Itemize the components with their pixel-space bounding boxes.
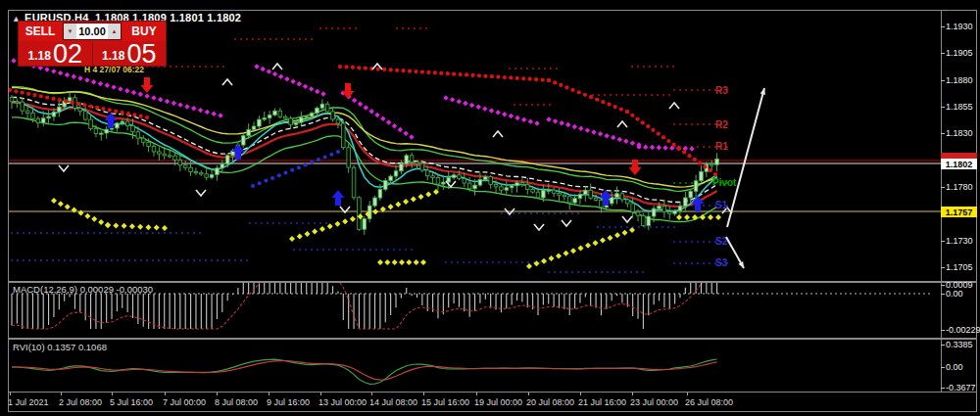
price-tick-label: -0.3677 (946, 383, 976, 393)
bid-price-digits: 02 (53, 42, 82, 66)
price-axis-tick (941, 26, 945, 27)
time-tick-label: 9 Jul 16:00 (267, 397, 310, 407)
panel-separator (9, 392, 976, 393)
price-axis-tick (941, 241, 945, 242)
time-tick-label: 20 Jul 08:00 (526, 397, 574, 407)
volume-decrease-button[interactable]: ▼ (64, 23, 76, 39)
price-axis-tick (941, 53, 945, 54)
time-axis-tick (269, 393, 270, 395)
price-axis-tick (941, 285, 945, 286)
price-axis-border (941, 11, 942, 393)
time-axis-tick (61, 393, 62, 395)
bid-price: 1.18 02 (19, 41, 93, 67)
macd-label: MACD(12,26,9) 0.00029 -0.00030 (13, 284, 153, 295)
time-tick-label: 13 Jul 00:00 (318, 397, 367, 407)
time-axis-tick (217, 393, 218, 395)
time-tick-label: 26 Jul 08:00 (685, 397, 733, 407)
svg-text:S3: S3 (715, 257, 728, 268)
time-tick-label: 1 Jul 2021 (8, 397, 49, 407)
price-tick-label: 1.1930 (946, 22, 973, 31)
price-tick-label: 0.00 (946, 362, 963, 372)
time-axis-tick (112, 393, 113, 395)
time-tick-label: 8 Jul 08:00 (215, 397, 258, 407)
current-bid-box: 1.1802 (941, 159, 977, 169)
price-axis-tick (941, 388, 945, 389)
price-tick-label: 0.00 (946, 289, 963, 299)
time-tick-label: 7 Jul 00:00 (163, 397, 206, 407)
volume-stepper: ▼ 10.00 ▲ (63, 23, 122, 40)
time-axis-tick (371, 393, 372, 395)
svg-text:Pivot: Pivot (712, 177, 737, 188)
ask-price-prefix: 1.18 (102, 49, 124, 63)
time-axis-tick (476, 393, 477, 395)
price-axis-tick (941, 133, 945, 134)
price-tick-label: 1.1905 (946, 48, 973, 58)
support-level-box: 1.1757 (941, 207, 977, 217)
time-tick-label: 2 Jul 08:00 (59, 397, 102, 407)
time-tick-label: 5 Jul 16:00 (110, 397, 153, 407)
time-tick-label: 15 Jul 16:00 (421, 397, 469, 407)
svg-text:R3: R3 (715, 85, 728, 96)
svg-text:R2: R2 (715, 119, 728, 130)
price-tick-label: 1.1880 (946, 75, 973, 85)
price-tick-label: 1.1705 (946, 262, 973, 272)
price-tick-label: 0.3385 (946, 340, 973, 349)
ask-price-digits: 05 (126, 42, 156, 66)
price-axis-tick (941, 367, 945, 368)
price-tick-label: 1.1730 (946, 236, 973, 246)
time-axis-tick (10, 393, 11, 395)
buy-button[interactable]: BUY (122, 22, 166, 41)
panel-separator[interactable] (9, 338, 976, 340)
one-click-trading-widget: SELL ▼ 10.00 ▲ BUY 1.18 02 1.18 05 (18, 21, 167, 67)
price-tick-label: -0.00229 (946, 325, 980, 335)
time-tick-label: 23 Jul 00:00 (630, 397, 678, 407)
rvi-indicator-canvas[interactable] (9, 340, 941, 392)
panel-separator[interactable] (9, 281, 976, 283)
volume-increase-button[interactable]: ▲ (108, 23, 121, 39)
svg-text:S1: S1 (715, 200, 728, 210)
mt4-chart-window: R3R2R1PivotS1S2S3 ▲EURUSD,H4 1.1808 1.18… (0, 0, 980, 416)
price-axis-tick (941, 330, 945, 331)
time-axis-tick (165, 393, 166, 395)
svg-text:R1: R1 (715, 141, 728, 152)
ask-price: 1.18 05 (93, 41, 167, 67)
sell-button[interactable]: SELL (19, 22, 62, 41)
time-tick-label: 19 Jul 00:00 (474, 397, 522, 407)
bid-price-prefix: 1.18 (28, 49, 51, 63)
price-tick-label: 1.1830 (946, 128, 973, 138)
time-axis-tick (687, 393, 688, 395)
time-tick-label: 14 Jul 08:00 (369, 397, 417, 407)
time-axis-tick (580, 393, 581, 395)
volume-input[interactable]: 10.00 (76, 23, 108, 39)
time-axis-tick (632, 393, 633, 395)
price-axis-tick (941, 267, 945, 268)
price-axis-tick (941, 345, 945, 346)
price-axis-tick (941, 187, 945, 188)
time-axis-tick (320, 393, 321, 395)
price-axis-tick (941, 107, 945, 108)
time-axis-tick (528, 393, 529, 395)
price-tick-label: 1.1780 (946, 182, 973, 192)
time-axis-tick (423, 393, 424, 395)
time-tick-label: 21 Jul 16:00 (578, 397, 626, 407)
price-axis-tick (941, 80, 945, 81)
price-tick-label: 1.1855 (946, 102, 973, 112)
rvi-label: RVI(10) 0.1357 0.1068 (13, 342, 107, 352)
price-axis-tick (941, 294, 945, 295)
